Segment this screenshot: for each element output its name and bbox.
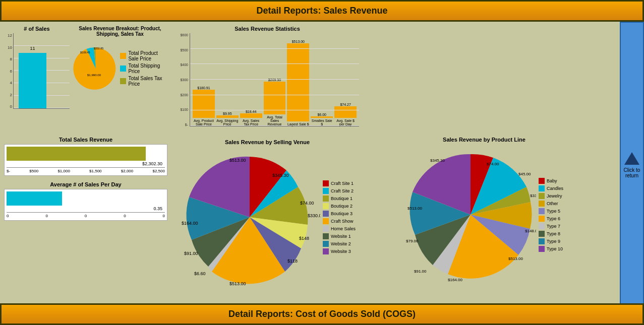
stat-bar-7: $74.27 Avg. Sale $ per Day (334, 103, 357, 126)
stat-bar-4: $209.30 Avg. Total Sales Revenue (264, 78, 286, 126)
svg-text:$91.00: $91.00 (414, 269, 427, 274)
svg-text:$330.00: $330.00 (308, 213, 320, 218)
nav-click-label: Click to (624, 167, 640, 173)
svg-text:$6.60: $6.60 (194, 271, 206, 276)
svg-text:$74.00: $74.00 (487, 162, 499, 166)
total-revenue-bar (7, 147, 146, 161)
page-title: Detail Reports: Sales Revenue (256, 6, 387, 16)
avg-per-day-value: 0.35 (7, 206, 165, 211)
stat-bar-6: $6.00 Smalles Sale $ (311, 113, 333, 126)
nav-button[interactable]: Click to return (620, 22, 644, 309)
statistics-chart: Sales Revenue Statistics $600$500$400$30… (174, 24, 361, 135)
svg-text:$345.30: $345.30 (272, 173, 289, 178)
svg-text:$79.00: $79.00 (406, 239, 419, 243)
svg-text:$118: $118 (287, 258, 298, 264)
right-top-spacer (366, 24, 603, 135)
left-panel: # of Sales 024681012 (0, 22, 171, 309)
legend-color-tax (120, 78, 126, 84)
venue-chart: Sales Revenue by Selling Venue (174, 138, 361, 304)
avg-per-day-chart: Average # of Sales Per Day 0.35 00000 (3, 180, 169, 222)
stat-bar-3: $18.44 Avg. Sales Tax Price (240, 110, 262, 126)
page-footer: Detail Reports: Cost of Goods Sold (COGS… (0, 303, 644, 325)
total-revenue-value: $2,302.30 (7, 161, 165, 166)
svg-text:$148: $148 (299, 236, 309, 241)
venue-pie-svg: $345.30 $74.00 $330.00 $148 $118 $513.00… (179, 147, 320, 288)
statistics-title: Sales Revenue Statistics (175, 26, 359, 32)
legend-item-product: Total Product Sale Price (120, 50, 167, 61)
product-chart: Sales Revenue by Product Line (366, 135, 603, 304)
legend-label-product: Total Product Sale Price (128, 50, 167, 61)
svg-text:$345.30: $345.30 (430, 158, 445, 163)
svg-text:$513.00: $513.00 (229, 281, 246, 286)
svg-text:$330.00: $330.00 (530, 193, 536, 198)
svg-text:$513.00: $513.00 (407, 206, 422, 211)
sales-count-chart: # of Sales 024681012 (3, 24, 71, 133)
breakout-pie-title: Sales Revenue Breakout: Product, Shippin… (73, 26, 167, 37)
page-header: Detail Reports: Sales Revenue (0, 0, 644, 22)
svg-text:$202.85: $202.85 (94, 47, 103, 50)
breakout-pie-chart: Sales Revenue Breakout: Product, Shippin… (71, 24, 169, 133)
breakout-legend: Total Product Sale Price Total Shipping … (120, 50, 167, 87)
svg-text:$164.00: $164.00 (448, 278, 462, 282)
legend-color-shipping (120, 66, 126, 72)
svg-text:$45.00: $45.00 (518, 172, 531, 176)
total-revenue-chart: Total Sales Revenue $2,302.30 $-$500$1,0… (3, 135, 169, 177)
legend-color-product (120, 53, 126, 59)
stat-bar-1: $180.91 Avg. Product Sale Price (193, 86, 215, 126)
product-legend: Baby Candles Jewelry Other Type 5 Type 6… (539, 178, 563, 252)
product-pie-svg: $74.00 $45.00 $330.00 $148.00 $513.00 $1… (405, 144, 536, 285)
nav-arrow-up (624, 152, 639, 165)
svg-text:$513.00: $513.00 (229, 158, 246, 163)
legend-item-shipping: Total Shipping Price (120, 63, 167, 74)
svg-text:$74.00: $74.00 (300, 201, 314, 206)
svg-text:$513.00: $513.00 (508, 256, 523, 261)
right-panel: Sales Revenue by Product Line (363, 22, 605, 309)
avg-per-day-title: Average # of Sales Per Day (4, 181, 167, 187)
avg-per-day-bar (7, 191, 62, 206)
venue-title: Sales Revenue by Selling Venue (175, 139, 359, 145)
svg-text:$148.00: $148.00 (525, 229, 536, 233)
total-revenue-title: Total Sales Revenue (4, 137, 167, 143)
legend-label-shipping: Total Shipping Price (128, 63, 167, 74)
center-panel: Sales Revenue Statistics $600$500$400$30… (171, 22, 363, 309)
stat-bar-2: $9.95 Avg. Shipping Price (216, 112, 239, 126)
legend-label-tax: Total Sales Tax Price (128, 76, 167, 87)
stat-bar-5: $513.00 Lagest Sale $ (287, 40, 309, 126)
product-title: Sales Revenue by Product Line (367, 137, 601, 143)
nav-return-label: return (625, 173, 638, 178)
svg-text:$109.45: $109.45 (80, 51, 90, 54)
svg-text:$164.00: $164.00 (182, 221, 198, 226)
legend-item-tax: Total Sales Tax Price (120, 76, 167, 87)
sales-count-title: # of Sales (4, 26, 70, 32)
sales-count-value: 11 (30, 46, 35, 51)
footer-title: Detail Reports: Cost of Goods Sold (COGS… (228, 309, 416, 319)
svg-text:$91.00: $91.00 (184, 251, 198, 256)
breakout-pie-svg: $1,990.00 $109.45 $202.85 (73, 38, 119, 99)
sales-count-bar (19, 53, 46, 108)
svg-text:$1,990.00: $1,990.00 (87, 73, 101, 77)
venue-legend: Craft Site 1 Craft Site 2 Boutique 1 Bou… (323, 180, 356, 254)
